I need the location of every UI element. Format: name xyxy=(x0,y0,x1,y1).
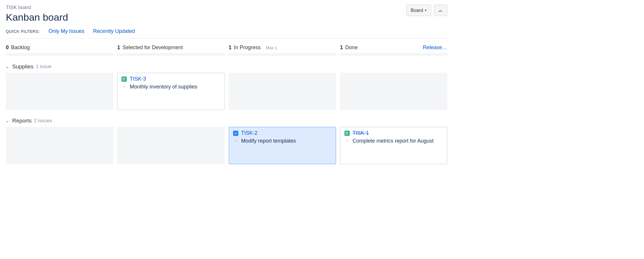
cell-selected[interactable]: TISK-3 ↑ Monthly inventory of supplies xyxy=(117,73,224,110)
card-summary: Modify report templates xyxy=(241,137,296,144)
swimlane-count: 2 issues xyxy=(34,118,52,124)
column-count: 1 xyxy=(117,45,120,51)
task-issuetype-icon xyxy=(233,131,238,136)
board-menu-button[interactable]: Board ▾ xyxy=(406,5,431,16)
swimlane-row-reports: TISK-2 ↑ Modify report templates TISK-1 … xyxy=(6,127,447,164)
swimlane-header-reports[interactable]: ⌄ Reports 2 issues xyxy=(6,116,447,127)
column-spacer-seg xyxy=(229,53,336,56)
column-header-backlog: 0 Backlog xyxy=(6,45,113,51)
card-summary: Complete metrics report for August xyxy=(353,137,434,144)
issue-card-tisk2[interactable]: TISK-2 ↑ Modify report templates xyxy=(229,127,336,164)
story-issuetype-icon xyxy=(344,131,350,136)
card-key-row: TISK-1 xyxy=(344,130,443,136)
swimlane-title: Reports xyxy=(12,118,32,124)
column-name: In Progress xyxy=(234,45,261,51)
column-count: 1 xyxy=(340,45,343,51)
cell-selected[interactable] xyxy=(117,127,224,164)
release-link[interactable]: Release… xyxy=(423,45,447,51)
column-spacer-seg xyxy=(117,53,224,56)
card-key-row: TISK-2 xyxy=(233,130,332,136)
column-headers: 0 Backlog 1 Selected for Development 1 I… xyxy=(6,39,447,53)
issue-card-tisk3[interactable]: TISK-3 ↑ Monthly inventory of supplies xyxy=(117,73,224,110)
column-constraint: Max 1 xyxy=(266,45,277,50)
card-issue-key[interactable]: TISK-3 xyxy=(130,76,146,82)
column-header-done: 1 Done Release… xyxy=(340,45,447,51)
column-header-selected: 1 Selected for Development xyxy=(117,45,224,51)
quick-filter-recently-updated[interactable]: Recently Updated xyxy=(93,28,135,34)
cell-done[interactable]: TISK-1 ↑ Complete metrics report for Aug… xyxy=(340,127,447,164)
priority-medium-icon: ↑ xyxy=(344,138,350,143)
card-body: ↑ Modify report templates xyxy=(233,137,332,144)
cell-backlog[interactable] xyxy=(6,127,113,164)
card-issue-key[interactable]: TISK-2 xyxy=(241,130,258,136)
swimlane-count: 1 issue xyxy=(36,64,52,70)
swimlane-title: Supplies xyxy=(12,63,34,70)
cell-done[interactable] xyxy=(340,73,447,110)
quick-filters: QUICK FILTERS: Only My Issues Recently U… xyxy=(6,28,447,34)
swimlane-header-supplies[interactable]: ⌄ Supplies 1 issue xyxy=(6,62,447,73)
card-issue-key[interactable]: TISK-1 xyxy=(353,130,369,136)
header-actions: Board ▾ ︽ xyxy=(406,5,447,16)
column-header-inprogress: 1 In Progress Max 1 xyxy=(229,45,336,51)
quick-filter-only-my-issues[interactable]: Only My Issues xyxy=(49,28,85,34)
board-header: TISK board Board ▾ ︽ Kanban board QUICK … xyxy=(6,0,447,39)
column-spacer-seg xyxy=(340,53,447,56)
quick-filters-label: QUICK FILTERS: xyxy=(6,29,40,34)
swimlane-row-supplies: TISK-3 ↑ Monthly inventory of supplies xyxy=(6,73,447,110)
cell-inprogress[interactable] xyxy=(229,73,336,110)
column-name: Backlog xyxy=(11,45,30,51)
double-chevron-up-icon: ︽ xyxy=(438,7,443,13)
card-key-row: TISK-3 xyxy=(122,76,220,82)
page-title: Kanban board xyxy=(6,12,447,23)
story-issuetype-icon xyxy=(122,77,127,82)
column-name: Done xyxy=(345,45,358,51)
caret-down-icon: ▾ xyxy=(425,8,427,12)
column-spacer-seg xyxy=(6,53,113,56)
issue-card-tisk1[interactable]: TISK-1 ↑ Complete metrics report for Aug… xyxy=(340,127,447,164)
card-body: ↑ Complete metrics report for August xyxy=(344,137,443,144)
column-spacer xyxy=(6,53,447,56)
column-count: 1 xyxy=(229,45,232,51)
card-summary: Monthly inventory of supplies xyxy=(130,83,197,90)
cell-backlog[interactable] xyxy=(6,73,113,110)
cell-inprogress[interactable]: TISK-2 ↑ Modify report templates xyxy=(229,127,336,164)
chevron-down-icon: ⌄ xyxy=(6,65,10,69)
priority-medium-icon: ↑ xyxy=(122,84,127,89)
column-count: 0 xyxy=(6,45,9,51)
board-menu-label: Board xyxy=(411,8,423,13)
column-name: Selected for Development xyxy=(122,45,183,51)
chevron-down-icon: ⌄ xyxy=(6,119,10,123)
collapse-panel-button[interactable]: ︽ xyxy=(434,5,447,16)
priority-medium-icon: ↑ xyxy=(233,138,238,143)
breadcrumb[interactable]: TISK board xyxy=(6,5,447,10)
card-body: ↑ Monthly inventory of supplies xyxy=(122,83,220,90)
